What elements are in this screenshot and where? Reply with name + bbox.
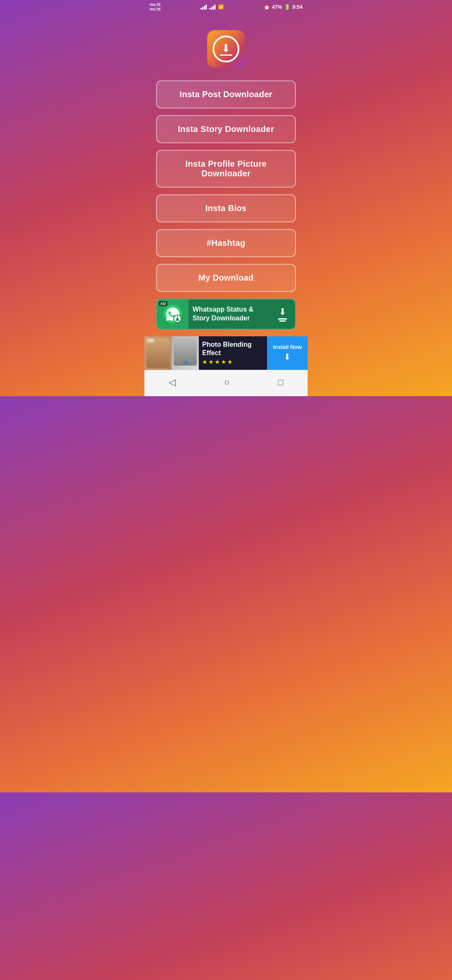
star-5: ★ (227, 358, 233, 365)
signal-2 (209, 5, 216, 10)
status-network: VoLTE VoLTE (149, 3, 161, 12)
download-circle: ⬇ (213, 36, 239, 62)
app-icon-container: ⬇ (144, 13, 308, 80)
my-download-button[interactable]: My Download (156, 264, 296, 292)
volte2-label: VoLTE (149, 7, 161, 12)
status-bar: VoLTE VoLTE 📶 ⏰ 47% 🔋 9:54 (144, 0, 308, 13)
star-4: ★ (221, 358, 226, 365)
battery-level: 47% (272, 4, 282, 10)
bottom-ad-title: Photo Blending Effect (202, 340, 264, 356)
back-button[interactable]: ◁ (160, 375, 184, 389)
battery-icon: 🔋 (284, 4, 290, 10)
volte1-label: VoLTE (149, 3, 161, 7)
menu-buttons: Insta Post Downloader Insta Story Downlo… (144, 80, 308, 292)
insta-story-button[interactable]: Insta Story Downloader (156, 115, 296, 143)
download-arrow-icon: ⬇ (221, 43, 231, 54)
wifi-icon: 📶 (218, 4, 224, 10)
navigation-bar: ◁ ○ □ (144, 370, 308, 396)
whatsapp-ad-banner[interactable]: AD Whatsapp Status & Story Downloader ⬇ (156, 299, 296, 330)
stars-row: ★ ★ ★ ★ ★ (202, 358, 264, 365)
ad-image-2: ➔ (172, 336, 199, 370)
star-3: ★ (215, 358, 220, 365)
signal-1 (200, 5, 207, 10)
status-right: ⏰ 47% 🔋 9:54 (264, 4, 303, 10)
bottom-ad-label: AD (146, 338, 155, 343)
alarm-icon: ⏰ (264, 4, 270, 10)
insta-profile-button[interactable]: Insta Profile Picture Downloader (156, 150, 296, 188)
whatsapp-icon (163, 304, 183, 324)
star-1: ★ (202, 358, 208, 365)
bottom-ad-content: Photo Blending Effect ★ ★ ★ ★ ★ (199, 337, 267, 368)
app-icon: ⬇ (207, 30, 245, 68)
insta-bios-button[interactable]: Insta Bios (156, 194, 296, 222)
install-now-button[interactable]: Install Now ⬇ (267, 336, 308, 370)
recents-button[interactable]: □ (270, 375, 292, 389)
clock: 9:54 (293, 4, 303, 10)
star-2: ★ (208, 358, 214, 365)
whatsapp-ad-label: AD (159, 301, 167, 306)
home-button[interactable]: ○ (216, 375, 238, 389)
install-arrow-icon: ⬇ (284, 352, 291, 362)
ad-arrow-overlay: ➔ (182, 358, 188, 367)
insta-post-button[interactable]: Insta Post Downloader (156, 80, 296, 108)
whatsapp-ad-title: Whatsapp Status & Story Downloader (188, 302, 274, 326)
install-now-label: Install Now (273, 344, 302, 350)
bottom-ad-banner[interactable]: AD ➔ Photo Blending Effect ★ ★ ★ ★ ★ Ins… (144, 336, 308, 370)
whatsapp-download-icon: ⬇ (274, 307, 295, 322)
hashtag-button[interactable]: #Hashtag (156, 229, 296, 257)
